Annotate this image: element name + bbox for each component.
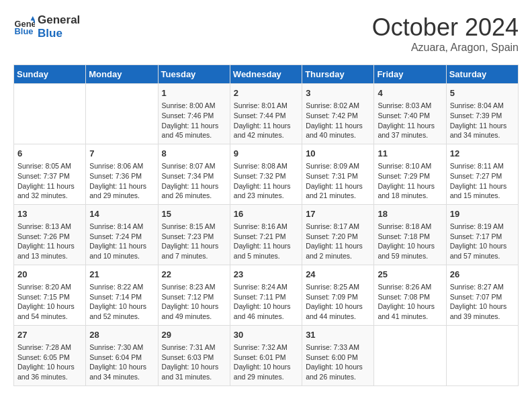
day-number: 17 [306,208,370,220]
calendar-cell: 24Sunrise: 8:25 AM Sunset: 7:09 PM Dayli… [302,265,374,325]
day-info: Sunrise: 8:24 AM Sunset: 7:11 PM Dayligh… [234,282,298,322]
calendar-cell: 6Sunrise: 8:05 AM Sunset: 7:37 PM Daylig… [14,144,86,204]
calendar-cell [446,325,518,385]
day-info: Sunrise: 7:30 AM Sunset: 6:04 PM Dayligh… [89,342,154,382]
day-number: 12 [450,148,515,160]
day-number: 20 [17,269,82,281]
calendar-cell: 3Sunrise: 8:02 AM Sunset: 7:42 PM Daylig… [302,84,374,144]
day-info: Sunrise: 7:31 AM Sunset: 6:03 PM Dayligh… [162,342,226,382]
day-info: Sunrise: 7:32 AM Sunset: 6:01 PM Dayligh… [234,342,298,382]
day-info: Sunrise: 8:22 AM Sunset: 7:14 PM Dayligh… [89,282,154,322]
calendar-cell: 15Sunrise: 8:15 AM Sunset: 7:23 PM Dayli… [158,204,230,265]
calendar-cell: 30Sunrise: 7:32 AM Sunset: 6:01 PM Dayli… [230,325,302,385]
svg-text:Blue: Blue [15,27,34,37]
day-info: Sunrise: 8:19 AM Sunset: 7:17 PM Dayligh… [450,222,515,261]
day-info: Sunrise: 8:13 AM Sunset: 7:26 PM Dayligh… [17,222,82,261]
day-number: 1 [162,87,226,99]
day-info: Sunrise: 8:26 AM Sunset: 7:08 PM Dayligh… [378,282,442,322]
day-number: 10 [306,148,370,160]
logo: General Blue General Blue [13,13,80,41]
day-info: Sunrise: 8:16 AM Sunset: 7:21 PM Dayligh… [234,222,298,261]
calendar-cell: 18Sunrise: 8:18 AM Sunset: 7:18 PM Dayli… [374,204,446,265]
day-info: Sunrise: 8:18 AM Sunset: 7:18 PM Dayligh… [378,222,442,261]
day-number: 13 [17,208,82,220]
dow-header: Thursday [302,65,374,84]
calendar-cell: 19Sunrise: 8:19 AM Sunset: 7:17 PM Dayli… [446,204,518,265]
day-number: 22 [162,269,226,281]
day-number: 30 [234,329,298,341]
day-number: 24 [306,269,370,281]
day-number: 3 [306,87,370,99]
day-number: 18 [378,208,442,220]
calendar-cell: 28Sunrise: 7:30 AM Sunset: 6:04 PM Dayli… [86,325,158,385]
calendar-cell: 4Sunrise: 8:03 AM Sunset: 7:40 PM Daylig… [374,84,446,144]
day-number: 9 [234,148,298,160]
day-number: 11 [378,148,442,160]
day-number: 19 [450,208,515,220]
logo-icon: General Blue [13,16,35,38]
logo-general-text: General [38,13,80,27]
calendar-cell: 27Sunrise: 7:28 AM Sunset: 6:05 PM Dayli… [14,325,86,385]
calendar-cell: 25Sunrise: 8:26 AM Sunset: 7:08 PM Dayli… [374,265,446,325]
calendar-cell [86,84,158,144]
day-info: Sunrise: 8:07 AM Sunset: 7:34 PM Dayligh… [162,161,226,201]
day-number: 2 [234,87,298,99]
dow-header: Saturday [446,65,518,84]
calendar-cell [374,325,446,385]
calendar-cell: 22Sunrise: 8:23 AM Sunset: 7:12 PM Dayli… [158,265,230,325]
day-info: Sunrise: 8:01 AM Sunset: 7:44 PM Dayligh… [234,101,298,140]
day-info: Sunrise: 8:09 AM Sunset: 7:31 PM Dayligh… [306,161,370,201]
calendar-cell: 21Sunrise: 8:22 AM Sunset: 7:14 PM Dayli… [86,265,158,325]
dow-header: Friday [374,65,446,84]
day-info: Sunrise: 8:05 AM Sunset: 7:37 PM Dayligh… [17,161,82,201]
day-number: 8 [162,148,226,160]
dow-header: Sunday [14,65,86,84]
page-header: General Blue General Blue October 2024 A… [13,13,519,54]
day-info: Sunrise: 8:27 AM Sunset: 7:07 PM Dayligh… [450,282,515,322]
calendar-cell: 13Sunrise: 8:13 AM Sunset: 7:26 PM Dayli… [14,204,86,265]
day-number: 4 [378,87,442,99]
title-block: October 2024 Azuara, Aragon, Spain [372,13,519,54]
calendar-cell: 1Sunrise: 8:00 AM Sunset: 7:46 PM Daylig… [158,84,230,144]
dow-header: Monday [86,65,158,84]
calendar-cell: 16Sunrise: 8:16 AM Sunset: 7:21 PM Dayli… [230,204,302,265]
svg-marker-2 [31,16,35,20]
day-info: Sunrise: 8:14 AM Sunset: 7:24 PM Dayligh… [89,222,154,261]
calendar-table: SundayMondayTuesdayWednesdayThursdayFrid… [13,64,519,386]
month-title: October 2024 [372,13,519,42]
day-info: Sunrise: 8:25 AM Sunset: 7:09 PM Dayligh… [306,282,370,322]
calendar-cell [14,84,86,144]
day-info: Sunrise: 8:20 AM Sunset: 7:15 PM Dayligh… [17,282,82,322]
calendar-cell: 29Sunrise: 7:31 AM Sunset: 6:03 PM Dayli… [158,325,230,385]
day-number: 15 [162,208,226,220]
calendar-cell: 31Sunrise: 7:33 AM Sunset: 6:00 PM Dayli… [302,325,374,385]
calendar-cell: 23Sunrise: 8:24 AM Sunset: 7:11 PM Dayli… [230,265,302,325]
dow-header: Wednesday [230,65,302,84]
day-number: 6 [17,148,82,160]
day-info: Sunrise: 8:06 AM Sunset: 7:36 PM Dayligh… [89,161,154,201]
day-number: 5 [450,87,515,99]
calendar-cell: 9Sunrise: 8:08 AM Sunset: 7:32 PM Daylig… [230,144,302,204]
calendar-cell: 26Sunrise: 8:27 AM Sunset: 7:07 PM Dayli… [446,265,518,325]
day-number: 26 [450,269,515,281]
day-info: Sunrise: 8:00 AM Sunset: 7:46 PM Dayligh… [162,101,226,140]
calendar-cell: 2Sunrise: 8:01 AM Sunset: 7:44 PM Daylig… [230,84,302,144]
day-number: 29 [162,329,226,341]
day-info: Sunrise: 8:08 AM Sunset: 7:32 PM Dayligh… [234,161,298,201]
calendar-cell: 14Sunrise: 8:14 AM Sunset: 7:24 PM Dayli… [86,204,158,265]
dow-header: Tuesday [158,65,230,84]
day-info: Sunrise: 8:17 AM Sunset: 7:20 PM Dayligh… [306,222,370,261]
day-number: 23 [234,269,298,281]
location: Azuara, Aragon, Spain [372,42,519,54]
day-info: Sunrise: 8:23 AM Sunset: 7:12 PM Dayligh… [162,282,226,322]
calendar-cell: 17Sunrise: 8:17 AM Sunset: 7:20 PM Dayli… [302,204,374,265]
day-info: Sunrise: 8:02 AM Sunset: 7:42 PM Dayligh… [306,101,370,140]
calendar-cell: 20Sunrise: 8:20 AM Sunset: 7:15 PM Dayli… [14,265,86,325]
calendar-cell: 7Sunrise: 8:06 AM Sunset: 7:36 PM Daylig… [86,144,158,204]
day-number: 14 [89,208,154,220]
day-info: Sunrise: 7:33 AM Sunset: 6:00 PM Dayligh… [306,342,370,382]
calendar-cell: 8Sunrise: 8:07 AM Sunset: 7:34 PM Daylig… [158,144,230,204]
day-number: 31 [306,329,370,341]
day-info: Sunrise: 8:03 AM Sunset: 7:40 PM Dayligh… [378,101,442,140]
day-info: Sunrise: 8:04 AM Sunset: 7:39 PM Dayligh… [450,101,515,140]
